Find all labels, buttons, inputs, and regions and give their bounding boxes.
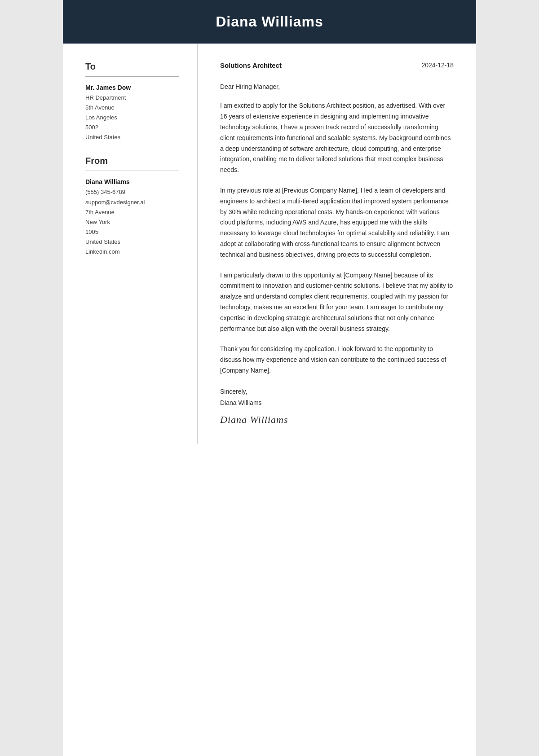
to-department: HR Department: [85, 93, 179, 103]
from-name: Diana Williams: [85, 178, 179, 185]
from-section: From Diana Williams (555) 345-6789 suppo…: [85, 156, 179, 257]
from-email: support@cvdesigner.ai: [85, 198, 179, 207]
from-zip: 1005: [85, 227, 179, 237]
to-name: Mr. James Dow: [85, 84, 179, 91]
from-linkedin: Linkedin.com: [85, 247, 179, 257]
job-title: Solutions Architect: [220, 62, 282, 69]
closing-line1: Sincerely,: [220, 386, 454, 397]
to-street: 5th Avenue: [85, 103, 179, 113]
to-zip: 5002: [85, 123, 179, 132]
from-label: From: [85, 156, 179, 166]
to-country: United States: [85, 132, 179, 142]
letter-signature: Diana Williams: [220, 414, 454, 426]
letter-closing: Sincerely, Diana Williams: [220, 386, 454, 409]
header: Diana Williams: [63, 0, 476, 44]
letter-body: Solutions Architect 2024-12-18 Dear Hiri…: [198, 44, 476, 444]
letter-header: Solutions Architect 2024-12-18: [220, 62, 454, 69]
letter-paragraph-1: I am excited to apply for the Solutions …: [220, 101, 454, 176]
page: Diana Williams To Mr. James Dow HR Depar…: [63, 0, 476, 756]
letter-paragraph-2: In my previous role at [Previous Company…: [220, 185, 454, 260]
from-country: United States: [85, 237, 179, 247]
letter-paragraphs: I am excited to apply for the Solutions …: [220, 101, 454, 376]
from-city: New York: [85, 217, 179, 227]
from-street: 7th Avenue: [85, 207, 179, 217]
sidebar: To Mr. James Dow HR Department 5th Avenu…: [63, 44, 198, 444]
letter-paragraph-4: Thank you for considering my application…: [220, 344, 454, 376]
to-label: To: [85, 62, 179, 72]
letter-greeting: Dear Hiring Manager,: [220, 82, 454, 92]
to-section: To Mr. James Dow HR Department 5th Avenu…: [85, 62, 179, 142]
header-name: Diana Williams: [81, 13, 458, 30]
letter-date: 2024-12-18: [421, 62, 454, 69]
closing-line2: Diana Williams: [220, 397, 454, 409]
from-phone: (555) 345-6789: [85, 187, 179, 197]
content-area: To Mr. James Dow HR Department 5th Avenu…: [63, 44, 476, 444]
letter-paragraph-3: I am particularly drawn to this opportun…: [220, 270, 454, 334]
to-divider: [85, 76, 179, 77]
from-divider: [85, 171, 179, 171]
to-city: Los Angeles: [85, 113, 179, 123]
